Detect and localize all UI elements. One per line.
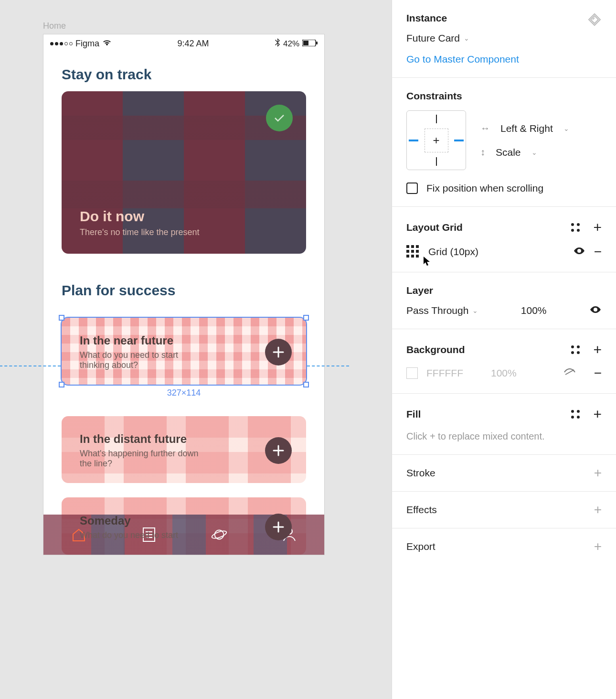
visibility-off-icon[interactable]: [563, 367, 576, 379]
blend-mode-value: Pass Through: [406, 305, 468, 316]
component-name: Future Card: [406, 32, 460, 44]
inspector-panel: Instance Future Card ⌄ Go to Master Comp…: [392, 0, 616, 699]
panel-title: Effects: [406, 504, 437, 516]
fix-position-checkbox[interactable]: [406, 183, 418, 194]
hero-title: Do it now: [80, 208, 200, 225]
future-card[interactable]: In the distant future What's happening f…: [62, 416, 306, 483]
add-effect-button[interactable]: +: [594, 502, 602, 517]
resize-handle[interactable]: [303, 315, 309, 321]
section-title-plan: Plan for success: [62, 282, 324, 299]
visibility-icon[interactable]: [589, 305, 602, 316]
clock-label: 9:42 AM: [177, 39, 209, 49]
chevron-down-icon: ⌄: [472, 307, 478, 314]
panel-title: Background: [406, 344, 465, 355]
signal-dots-icon: [50, 42, 73, 45]
chevron-down-icon: ⌄: [563, 125, 569, 132]
constraint-v-value: Scale: [496, 147, 521, 158]
visibility-icon[interactable]: [573, 246, 585, 258]
add-fill-button[interactable]: +: [593, 406, 602, 422]
battery-icon: [302, 39, 318, 49]
fix-position-label: Fix position when scrolling: [426, 183, 543, 194]
add-button[interactable]: [265, 339, 292, 366]
selection-dimensions: 327×114: [167, 388, 201, 398]
remove-grid-button[interactable]: −: [594, 244, 602, 259]
wifi-icon: [102, 39, 112, 49]
blend-mode-dropdown[interactable]: Pass Through ⌄: [406, 305, 478, 316]
constraint-horizontal-dropdown[interactable]: ↔ Left & Right ⌄: [480, 123, 569, 134]
hero-subtitle: There's no time like the present: [80, 227, 200, 237]
panel-title: Layer: [406, 285, 602, 296]
fill-hint: Click + to replace mixed content.: [406, 431, 602, 442]
panel-constraints: Constraints + ↔ Left & Right ⌄ ↕ Scale ⌄: [392, 78, 616, 207]
panel-title: Constraints: [406, 90, 602, 102]
phone-frame[interactable]: Figma 9:42 AM 42% Stay on track: [43, 34, 325, 555]
add-export-button[interactable]: +: [594, 539, 602, 554]
cursor-icon: [423, 256, 431, 269]
color-swatch[interactable]: [406, 367, 418, 379]
resize-handle[interactable]: [59, 382, 64, 387]
svg-rect-1: [303, 41, 308, 45]
chevron-down-icon: ⌄: [464, 34, 469, 42]
future-card[interactable]: In the near future What do you need to s…: [62, 318, 306, 385]
card-title: In the near future: [80, 334, 204, 347]
constraints-widget[interactable]: +: [406, 110, 466, 170]
panel-fill: Fill + Click + to replace mixed content.: [392, 394, 616, 455]
check-icon: [266, 105, 293, 131]
styles-icon[interactable]: [571, 410, 580, 419]
card-subtitle: What do you need to start thinking about…: [80, 350, 204, 370]
alignment-guide: [0, 366, 61, 366]
panel-layout-grid: Layout Grid + Grid (10px) −: [392, 207, 616, 272]
styles-icon[interactable]: [571, 223, 580, 232]
add-grid-button[interactable]: +: [593, 219, 602, 236]
hero-card[interactable]: Do it now There's no time like the prese…: [62, 91, 306, 254]
layer-opacity-input[interactable]: 100%: [521, 305, 547, 316]
panel-title: Instance: [406, 12, 447, 24]
planet-icon[interactable]: [211, 527, 227, 543]
panel-layer: Layer Pass Through ⌄ 100%: [392, 272, 616, 329]
go-to-master-link[interactable]: Go to Master Component: [406, 54, 602, 65]
remove-background-button[interactable]: −: [594, 366, 602, 381]
panel-stroke: Stroke +: [392, 455, 616, 492]
panel-title: Layout Grid: [406, 222, 463, 233]
carrier-label: Figma: [75, 39, 99, 49]
selected-card-wrapper[interactable]: In the near future What do you need to s…: [62, 318, 306, 385]
grid-label[interactable]: Grid (10px): [428, 246, 564, 258]
card-title: In the distant future: [80, 432, 204, 446]
section-title-stay: Stay on track: [62, 66, 324, 83]
instance-component-dropdown[interactable]: Future Card ⌄: [406, 32, 602, 44]
bluetooth-icon: [275, 38, 280, 49]
add-background-button[interactable]: +: [593, 342, 602, 358]
panel-effects: Effects +: [392, 492, 616, 528]
horizontal-arrow-icon: ↔: [480, 123, 490, 134]
resize-handle[interactable]: [303, 382, 309, 387]
card-title: Someday: [80, 514, 178, 527]
panel-title: Stroke: [406, 467, 435, 479]
bg-opacity[interactable]: 100%: [491, 367, 517, 379]
card-subtitle: What's happening further down the line?: [80, 449, 204, 469]
reset-icon[interactable]: [587, 12, 602, 29]
panel-title: Fill: [406, 409, 421, 420]
grid-icon[interactable]: [406, 245, 420, 258]
constraint-vertical-dropdown[interactable]: ↕ Scale ⌄: [480, 147, 569, 158]
frame-label[interactable]: Home: [43, 21, 349, 31]
styles-icon[interactable]: [571, 345, 580, 354]
panel-instance: Instance Future Card ⌄ Go to Master Comp…: [392, 0, 616, 78]
alignment-guide: [307, 366, 349, 366]
constraint-h-value: Left & Right: [500, 123, 553, 134]
add-button[interactable]: [265, 514, 292, 540]
status-bar: Figma 9:42 AM 42%: [43, 34, 324, 52]
chevron-down-icon: ⌄: [531, 149, 537, 156]
panel-export: Export +: [392, 528, 616, 565]
bg-hex[interactable]: FFFFFF: [426, 367, 463, 379]
panel-title: Export: [406, 541, 435, 552]
vertical-arrow-icon: ↕: [480, 147, 485, 158]
panel-background: Background + FFFFFF 100% −: [392, 329, 616, 394]
resize-handle[interactable]: [59, 315, 64, 321]
battery-label: 42%: [283, 39, 299, 49]
add-button[interactable]: [265, 437, 292, 464]
canvas[interactable]: Home Figma 9:42 AM 42%: [0, 0, 392, 699]
card-subtitle: What do you need to start: [80, 530, 178, 540]
svg-rect-2: [316, 42, 318, 44]
add-stroke-button[interactable]: +: [594, 465, 602, 481]
svg-point-5: [211, 529, 227, 540]
